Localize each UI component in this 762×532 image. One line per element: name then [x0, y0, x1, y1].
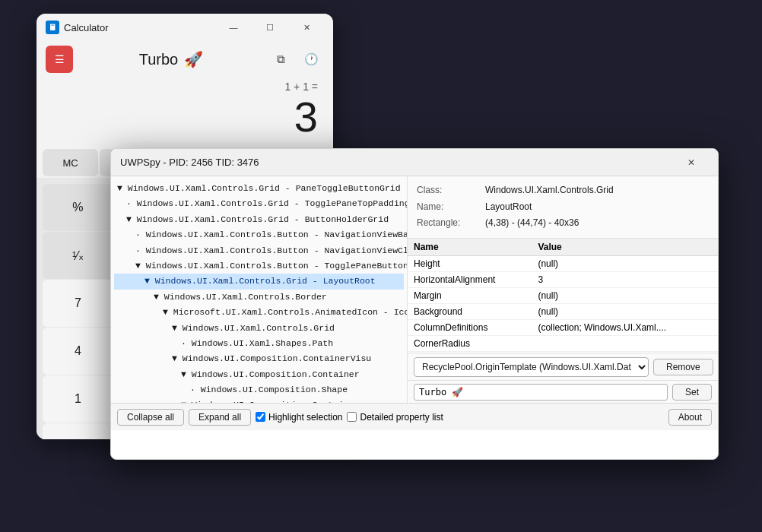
table-row: HorizontalAlignment3 [408, 271, 718, 287]
four-button[interactable]: 4 [43, 328, 113, 375]
col-value: Value [532, 239, 718, 256]
tree-item[interactable]: ▼ Windows.UI.Xaml.Controls.Button - Togg… [114, 258, 404, 274]
value-input[interactable] [414, 384, 668, 401]
detailed-label: Detailed property list [360, 412, 443, 423]
tree-item[interactable]: ▼ Windows.UI.Xaml.Controls.Border [114, 290, 404, 305]
class-value: Windows.UI.Xaml.Controls.Grid [485, 182, 709, 199]
memory-mc-button[interactable]: MC [43, 149, 98, 176]
spy-title: UWPSpy - PID: 2456 TID: 3476 [120, 157, 259, 168]
spy-info-section: Class: Windows.UI.Xaml.Controls.Grid Nam… [408, 176, 718, 239]
highlight-checkbox-label[interactable]: Highlight selection [256, 412, 342, 423]
collapse-all-button[interactable]: Collapse all [117, 409, 184, 426]
uwpspy-window: UWPSpy - PID: 2456 TID: 3476 ✕ ▼ Windows… [110, 148, 719, 460]
detailed-checkbox-label[interactable]: Detailed property list [347, 412, 443, 423]
tree-item[interactable]: ▼ Windows.UI.Composition.Container [114, 367, 404, 382]
highlight-label: Highlight selection [268, 412, 342, 423]
calc-title: Calculator [64, 22, 109, 33]
hamburger-icon: ☰ [55, 53, 65, 65]
toggle-view-button[interactable]: ⧉ [269, 47, 294, 71]
tree-item[interactable]: · Windows.UI.Xaml.Controls.Button - Navi… [114, 227, 404, 242]
one-button[interactable]: 1 [43, 375, 113, 423]
props-table: Name Value Height(null)HorizontalAlignme… [408, 239, 718, 353]
tree-item[interactable]: ▼ Windows.UI.Xaml.Controls.Grid - PaneTo… [114, 181, 404, 196]
prop-name-cell: ColumnDefinitions [408, 319, 532, 335]
prop-name-cell: CornerRadius [408, 335, 532, 351]
col-name: Name [408, 239, 532, 256]
calc-header-right: ⧉ 🕐 [269, 47, 324, 71]
rect-label: Rectangle: [417, 215, 485, 232]
prop-value-cell: (null) [532, 287, 718, 303]
prop-value-cell: 3 [532, 271, 718, 287]
tree-item[interactable]: · Windows.UI.Xaml.Shapes.Path [114, 336, 404, 351]
history-button[interactable]: 🕐 [300, 47, 324, 71]
reciprocal-button[interactable]: ¹⁄ₓ [43, 232, 113, 279]
spy-tree-panel[interactable]: ▼ Windows.UI.Xaml.Controls.Grid - PaneTo… [111, 176, 408, 403]
calc-result: 3 [37, 96, 333, 146]
app-emoji: 🚀 [184, 50, 203, 68]
remove-button[interactable]: Remove [653, 359, 713, 375]
tree-item[interactable]: · Windows.UI.Xaml.Controls.Grid - Toggle… [114, 196, 404, 211]
tree-item[interactable]: ▼ Microsoft.UI.Xaml.Controls.AnimatedIco… [114, 305, 404, 320]
calc-titlebar-left: 🖩 Calculator [46, 21, 109, 34]
prop-value-cell: (collection; Windows.UI.Xaml.... [532, 319, 718, 335]
calc-expression: 1 + 1 = [37, 78, 333, 96]
spy-titlebar: UWPSpy - PID: 2456 TID: 3476 ✕ [111, 149, 718, 176]
property-dropdown[interactable]: RecyclePool.OriginTemplate (Windows.UI.X… [414, 357, 649, 377]
table-row: Margin(null) [408, 287, 718, 303]
minimize-button[interactable]: — [216, 17, 251, 38]
name-value: LayoutRoot [485, 199, 709, 216]
hamburger-menu-button[interactable]: ☰ [46, 46, 73, 73]
prop-value-cell: (null) [532, 255, 718, 271]
class-label: Class: [417, 182, 485, 199]
spy-set-bar: RecyclePool.OriginTemplate (Windows.UI.X… [408, 353, 718, 380]
table-row: Height(null) [408, 255, 718, 271]
prop-name-cell: HorizontalAlignment [408, 271, 532, 287]
seven-button[interactable]: 7 [43, 280, 113, 327]
app-name-label: Turbo [139, 51, 179, 68]
table-row: CornerRadius [408, 335, 718, 351]
rect-row: Rectangle: (4,38) - (44,74) - 40x36 [417, 215, 709, 232]
prop-name-cell: Background [408, 303, 532, 319]
table-row: Background(null) [408, 303, 718, 319]
spy-bottom-right: About [668, 409, 712, 426]
prop-value-cell: (null) [532, 303, 718, 319]
tree-item[interactable]: · Windows.UI.Xaml.Controls.Button - Navi… [114, 243, 404, 258]
negate-button[interactable]: +/− [43, 423, 113, 439]
tree-item-selected[interactable]: ▼ Windows.UI.Xaml.Controls.Grid - Layout… [114, 274, 404, 289]
tree-item[interactable]: ▼ Windows.UI.Composition.Container [114, 397, 404, 403]
calc-header-bar: ☰ Turbo 🚀 ⧉ 🕐 [37, 41, 333, 78]
spy-bottom-left: Collapse all Expand all Highlight select… [117, 409, 662, 426]
spy-close-button[interactable]: ✕ [674, 151, 709, 174]
maximize-button[interactable]: ☐ [252, 17, 287, 38]
set-button[interactable]: Set [672, 384, 712, 401]
class-row: Class: Windows.UI.Xaml.Controls.Grid [417, 182, 709, 199]
close-button[interactable]: ✕ [289, 17, 324, 38]
tree-item[interactable]: ▼ Windows.UI.Xaml.Controls.Grid - Button… [114, 212, 404, 227]
about-button[interactable]: About [668, 409, 712, 426]
name-row: Name: LayoutRoot [417, 199, 709, 216]
highlight-checkbox[interactable] [256, 412, 265, 422]
spy-bottom-bar: Collapse all Expand all Highlight select… [111, 403, 718, 430]
prop-name-cell: Height [408, 255, 532, 271]
props-table-wrap[interactable]: Name Value Height(null)HorizontalAlignme… [408, 239, 718, 353]
expand-all-button[interactable]: Expand all [189, 409, 251, 426]
rect-value: (4,38) - (44,74) - 40x36 [485, 215, 709, 232]
tree-item[interactable]: ▼ Windows.UI.Xaml.Controls.Grid [114, 321, 404, 336]
tree-item[interactable]: · Windows.UI.Composition.Shape [114, 382, 404, 397]
spy-value-line: Set [408, 380, 718, 403]
spy-content: ▼ Windows.UI.Xaml.Controls.Grid - PaneTo… [111, 176, 718, 403]
name-label: Name: [417, 199, 485, 216]
percent-button[interactable]: % [43, 184, 113, 231]
calc-titlebar: 🖩 Calculator — ☐ ✕ [37, 14, 333, 41]
prop-value-cell [532, 335, 718, 351]
detailed-checkbox[interactable] [347, 412, 357, 422]
spy-properties-panel: Class: Windows.UI.Xaml.Controls.Grid Nam… [408, 176, 718, 403]
calc-titlebar-controls: — ☐ ✕ [216, 17, 324, 38]
table-row: ColumnDefinitions(collection; Windows.UI… [408, 319, 718, 335]
prop-name-cell: Margin [408, 287, 532, 303]
calc-app-name-area: Turbo 🚀 [139, 50, 204, 68]
props-header-row: Name Value [408, 239, 718, 256]
calc-app-icon: 🖩 [46, 21, 59, 34]
tree-item[interactable]: ▼ Windows.UI.Composition.ContainerVisu [114, 351, 404, 366]
